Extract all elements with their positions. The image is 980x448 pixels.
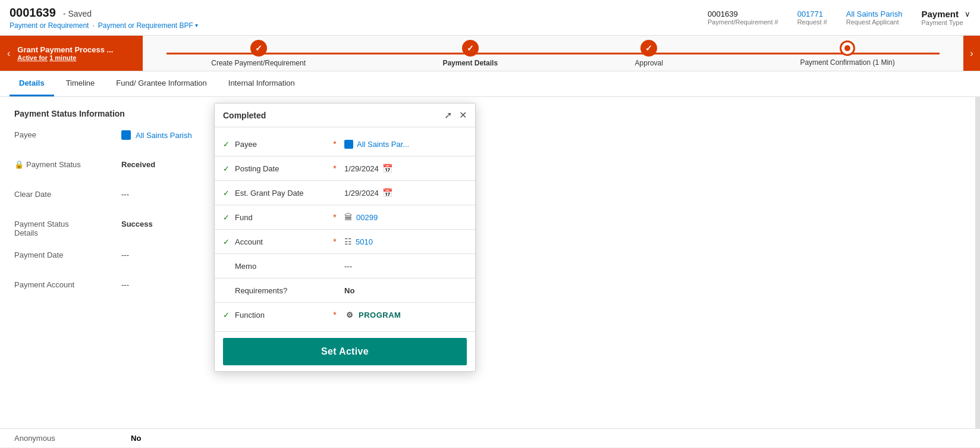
modal-account-label: Account bbox=[235, 237, 330, 246]
payment-status-value: Received bbox=[121, 158, 155, 169]
tab-timeline[interactable]: Timeline bbox=[56, 71, 105, 96]
modal-row-requirements: Requirements? * No bbox=[215, 278, 475, 302]
left-panel: Payment Status Information Payee All Sai… bbox=[0, 97, 975, 447]
fund-required: * bbox=[330, 212, 340, 222]
progress-next-button[interactable]: › bbox=[963, 36, 980, 71]
payee-required: * bbox=[330, 139, 340, 149]
header-right: 0001639 Payment/Requirement # 001771 Req… bbox=[708, 9, 970, 26]
account-required: * bbox=[330, 237, 340, 246]
progress-back-button[interactable]: ‹ bbox=[7, 48, 10, 59]
step-1-circle: ✓ bbox=[250, 40, 267, 57]
payment-account-value: --- bbox=[121, 278, 129, 289]
modal-est-grant-label: Est. Grant Pay Date bbox=[235, 189, 330, 198]
modal-function-label: Function bbox=[235, 311, 330, 319]
payment-number-value: 0001639 bbox=[708, 10, 738, 18]
request-applicant-link[interactable]: All Saints Parish bbox=[846, 10, 903, 18]
modal-est-grant-value: 1/29/2024 📅 bbox=[344, 188, 467, 198]
breadcrumb-payment[interactable]: Payment or Requirement bbox=[10, 21, 89, 30]
header-payment-number-block: 0001639 Payment/Requirement # bbox=[708, 10, 778, 26]
payment-type-chevron[interactable]: ∨ bbox=[965, 10, 970, 18]
progress-step-4[interactable]: Payment Confirmation (1 Min) bbox=[800, 40, 894, 67]
modal-payee-icon bbox=[344, 140, 353, 149]
modal-payee-value[interactable]: All Saints Par... bbox=[344, 140, 467, 149]
modal-close-button[interactable]: ✕ bbox=[459, 109, 467, 121]
payment-type-value: Payment bbox=[921, 9, 959, 19]
step-1-label: Create Payment/Requirement bbox=[211, 59, 306, 67]
field-row-clear-date: Clear Date --- bbox=[14, 187, 961, 206]
modal-row-posting-date: ✓ Posting Date * 1/29/2024 📅 bbox=[215, 156, 475, 180]
memo-required: * bbox=[330, 261, 340, 271]
progress-orange-text: Grant Payment Process ... Active for 1 m… bbox=[17, 45, 113, 61]
tab-internal[interactable]: Internal Information bbox=[219, 71, 304, 96]
step-4-circle bbox=[840, 40, 855, 56]
modal-function-value[interactable]: ⚙ PROGRAM bbox=[344, 309, 467, 320]
progress-bar: ‹ Grant Payment Process ... Active for 1… bbox=[0, 36, 980, 71]
modal-body: ✓ Payee * All Saints Par... ✓ Posting Da… bbox=[215, 127, 475, 331]
modal-expand-button[interactable]: ➚ bbox=[444, 109, 452, 121]
est-grant-required: * bbox=[330, 188, 340, 198]
modal-account-value[interactable]: ☷ 5010 bbox=[344, 237, 467, 246]
posting-date-check: ✓ bbox=[223, 164, 235, 173]
field-row-payment-account: Payment Account --- bbox=[14, 278, 961, 297]
tab-details[interactable]: Details bbox=[10, 71, 54, 96]
progress-active-label: Active for bbox=[17, 54, 48, 61]
request-applicant-label: Request Applicant bbox=[846, 18, 899, 26]
breadcrumb-sep: · bbox=[92, 21, 94, 30]
account-check: ✓ bbox=[223, 237, 235, 246]
right-scrollbar[interactable] bbox=[975, 97, 980, 447]
payee-label: Payee bbox=[14, 128, 121, 139]
modal-row-est-grant-pay-date: ✓ Est. Grant Pay Date * 1/29/2024 📅 bbox=[215, 181, 475, 205]
progress-step-2[interactable]: ✓ Payment Details bbox=[442, 40, 498, 67]
request-number-link[interactable]: 001771 bbox=[797, 10, 823, 18]
payment-type-label: Payment Type bbox=[921, 19, 963, 26]
section-payment-status: Payment Status Information bbox=[14, 109, 961, 118]
payment-status-label: 🔒 Payment Status bbox=[14, 158, 121, 169]
modal-fund-value[interactable]: 🏛 00299 bbox=[344, 212, 467, 222]
header-left: 0001639 - Saved Payment or Requirement ·… bbox=[10, 6, 198, 30]
payment-date-value: --- bbox=[121, 248, 129, 259]
bottom-bar: Anonymous No bbox=[0, 428, 980, 447]
account-icon: ☷ bbox=[344, 237, 352, 246]
modal-footer: Set Active bbox=[215, 331, 475, 371]
modal-posting-date-label: Posting Date bbox=[235, 164, 330, 173]
progress-step-1[interactable]: ✓ Create Payment/Requirement bbox=[211, 40, 306, 67]
posting-date-calendar-icon[interactable]: 📅 bbox=[382, 164, 392, 173]
modal-row-fund: ✓ Fund * 🏛 00299 bbox=[215, 205, 475, 229]
payment-status-details-value: Success bbox=[121, 217, 153, 228]
function-check: ✓ bbox=[223, 311, 235, 319]
modal-row-account: ✓ Account * ☷ 5010 bbox=[215, 230, 475, 253]
saved-badge: - Saved bbox=[63, 9, 92, 18]
est-grant-check: ✓ bbox=[223, 189, 235, 198]
header-request-number-block: 001771 Request # bbox=[797, 10, 827, 26]
modal-memo-label: Memo bbox=[235, 262, 330, 271]
header-request-applicant-block: All Saints Parish Request Applicant bbox=[846, 10, 903, 26]
fund-icon: 🏛 bbox=[344, 212, 353, 222]
modal-row-memo: Memo * --- bbox=[215, 254, 475, 278]
function-icon: ⚙ bbox=[344, 309, 355, 320]
payment-number-label: Payment/Requirement # bbox=[708, 18, 778, 26]
breadcrumb-chevron: ▾ bbox=[195, 22, 198, 29]
breadcrumb-bpf[interactable]: Payment or Requirement BPF ▾ bbox=[98, 21, 198, 30]
tab-fund-grantee[interactable]: Fund/ Grantee Information bbox=[106, 71, 216, 96]
lock-icon: 🔒 bbox=[14, 160, 24, 169]
completed-modal: Completed ➚ ✕ ✓ Payee * All Saints Par..… bbox=[214, 103, 476, 372]
progress-steps: ✓ Create Payment/Requirement ✓ Payment D… bbox=[143, 36, 963, 71]
set-active-button[interactable]: Set Active bbox=[223, 338, 467, 365]
clear-date-value: --- bbox=[121, 187, 129, 199]
modal-payee-label: Payee bbox=[235, 140, 330, 149]
payment-account-label: Payment Account bbox=[14, 278, 121, 289]
progress-process-sub: Active for 1 minute bbox=[17, 54, 113, 61]
payee-value[interactable]: All Saints Parish bbox=[121, 128, 192, 140]
progress-step-3[interactable]: ✓ Approval bbox=[635, 40, 663, 67]
est-grant-calendar-icon[interactable]: 📅 bbox=[382, 188, 392, 198]
field-row-payment-status-details: Payment StatusDetails Success bbox=[14, 217, 961, 237]
modal-requirements-value: No bbox=[344, 286, 467, 295]
step-2-label: Payment Details bbox=[442, 59, 498, 67]
field-row-payee: Payee All Saints Parish bbox=[14, 128, 961, 147]
field-row-payment-date: Payment Date --- bbox=[14, 248, 961, 267]
modal-posting-date-value: 1/29/2024 📅 bbox=[344, 164, 467, 173]
modal-header-icons: ➚ ✕ bbox=[444, 109, 467, 121]
modal-memo-value: --- bbox=[344, 262, 467, 271]
field-row-payment-status: 🔒 Payment Status Received bbox=[14, 158, 961, 177]
step-2-circle: ✓ bbox=[462, 40, 479, 57]
